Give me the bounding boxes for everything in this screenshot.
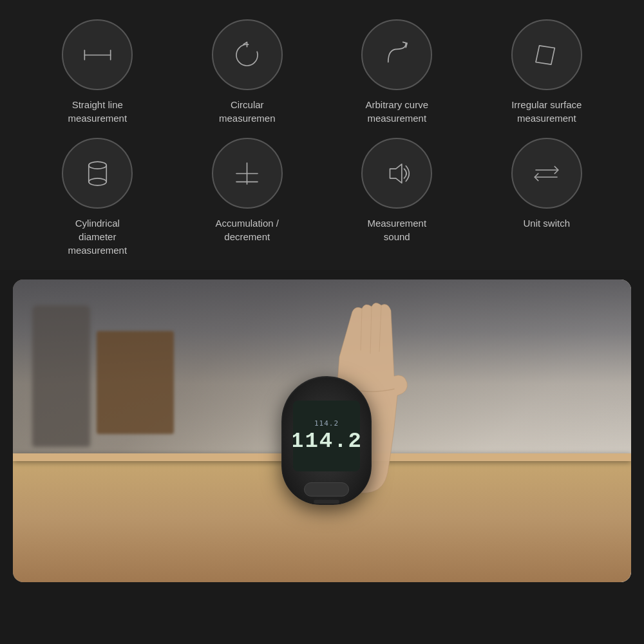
unit-switch-circle <box>511 138 582 209</box>
screen-main-display: 114.2 <box>293 429 360 453</box>
irregular-surface-icon <box>529 37 564 73</box>
feature-circular: Circularmeasuremen <box>176 19 319 125</box>
sound-label: Measurementsound <box>367 216 426 243</box>
arbitrary-curve-circle <box>361 19 432 90</box>
screen-small-display: 114.2 <box>314 419 339 428</box>
feature-sound: Measurementsound <box>325 138 469 257</box>
feature-straight-line: Straight linemeasurement <box>26 19 169 125</box>
unit-switch-label: Unit switch <box>523 216 570 230</box>
svg-marker-11 <box>390 164 401 182</box>
straight-line-circle <box>62 19 133 90</box>
circular-circle <box>212 19 283 90</box>
circular-label: Circularmeasuremen <box>219 98 276 125</box>
feature-accumulation: Accumulation /decrement <box>176 138 319 257</box>
bg-vase <box>32 305 90 447</box>
unit-switch-icon <box>529 156 564 191</box>
top-section: Straight linemeasurement Circularmeasure… <box>0 0 644 270</box>
circular-icon <box>229 37 265 73</box>
irregular-surface-label: Irregular surfacemeasurement <box>511 98 582 125</box>
straight-line-icon <box>80 37 115 73</box>
sound-icon <box>379 156 415 191</box>
device-body: 114.2 114.2 <box>281 376 372 505</box>
accumulation-icon <box>229 156 265 191</box>
bg-box <box>97 331 174 434</box>
straight-line-label: Straight linemeasurement <box>68 98 127 125</box>
feature-arbitrary-curve: Arbitrary curvemeasurement <box>325 19 469 125</box>
device-screen: 114.2 114.2 <box>293 401 360 471</box>
cylindrical-icon <box>80 156 115 191</box>
photo-area: 114.2 114.2 <box>13 279 631 582</box>
feature-irregular-surface: Irregular surfacemeasurement <box>475 19 619 125</box>
accumulation-label: Accumulation /decrement <box>216 216 279 243</box>
arbitrary-curve-label: Arbitrary curvemeasurement <box>365 98 428 125</box>
bottom-section: 114.2 114.2 <box>13 279 631 582</box>
arbitrary-curve-icon <box>379 37 415 73</box>
sound-circle <box>361 138 432 209</box>
feature-unit-switch: Unit switch <box>475 138 619 257</box>
svg-marker-3 <box>536 45 554 64</box>
feature-cylindrical: Cylindricaldiametermeasurement <box>26 138 169 257</box>
svg-point-4 <box>89 162 107 169</box>
device-button[interactable] <box>304 482 349 497</box>
svg-point-5 <box>89 178 107 185</box>
device: 114.2 114.2 <box>281 376 372 505</box>
cylindrical-label: Cylindricaldiametermeasurement <box>68 216 127 257</box>
irregular-surface-circle <box>511 19 582 90</box>
cylindrical-circle <box>62 138 133 209</box>
accumulation-circle <box>212 138 283 209</box>
device-indicator <box>314 500 339 504</box>
